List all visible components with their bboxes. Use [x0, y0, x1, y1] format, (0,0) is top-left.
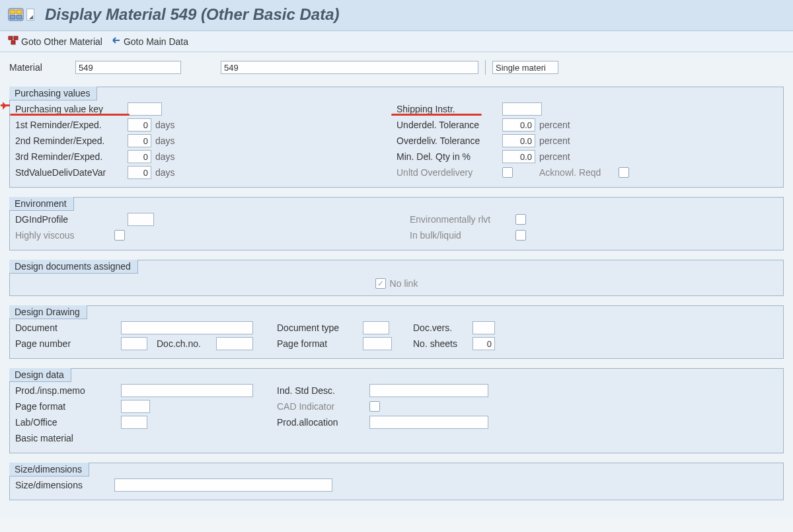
page-number-label: Page number [15, 338, 121, 349]
svg-rect-2 [17, 10, 22, 14]
prod-allocation-label: Prod.allocation [277, 417, 369, 428]
env-rlvt-checkbox[interactable] [515, 214, 526, 225]
design-data-group: Design data Prod./insp.memo Ind. Std Des… [9, 368, 784, 453]
prod-allocation-field[interactable] [369, 416, 488, 429]
material-number-field[interactable] [75, 61, 181, 74]
size-dimensions-field[interactable] [114, 478, 332, 492]
mindelqty-unit: percent [539, 151, 570, 162]
goto-other-label: Goto Other Material [21, 36, 102, 47]
lab-office-field[interactable] [121, 416, 147, 429]
environment-title: Environment [9, 197, 74, 211]
material-description-field[interactable] [221, 61, 478, 74]
highly-viscous-checkbox[interactable] [114, 230, 125, 241]
reminder1-unit: days [155, 120, 175, 130]
goto-other-icon [8, 35, 19, 48]
reminder1-field[interactable] [128, 118, 151, 132]
reminder3-field[interactable] [128, 150, 151, 163]
toolbar: Goto Other Material Goto Main Data [0, 31, 793, 52]
reminder3-unit: days [155, 151, 175, 162]
acknowl-reqd-checkbox[interactable] [619, 167, 629, 178]
design-page-format-label: Page format [15, 401, 121, 412]
document-label: Document [15, 323, 121, 333]
size-dimensions-group: Size/dimensions Size/dimensions [9, 463, 784, 500]
design-data-title: Design data [9, 368, 71, 382]
doc-vers-field[interactable] [472, 321, 495, 334]
svg-rect-7 [11, 41, 15, 44]
design-drawing-title: Design Drawing [9, 305, 87, 319]
reminder1-label: 1st Reminder/Exped. [15, 120, 128, 130]
back-arrow-icon [110, 35, 121, 48]
page-title: Display Material 549 (Other Basic Data) [45, 5, 340, 24]
goto-other-material-button[interactable]: Goto Other Material [8, 35, 102, 48]
separator [485, 60, 486, 75]
reminder2-unit: days [155, 135, 175, 146]
svg-rect-3 [10, 15, 15, 19]
design-drawing-group: Design Drawing Document Document type Do… [9, 305, 784, 359]
overdeliv-field[interactable] [502, 134, 535, 147]
reminder3-label: 3rd Reminder/Exped. [15, 151, 128, 162]
acknowl-reqd-label: Acknowl. Reqd [539, 167, 619, 178]
no-sheets-field[interactable] [472, 337, 495, 350]
purchasing-value-key-field[interactable] [128, 102, 162, 116]
purchasing-values-title: Purchasing values [9, 87, 97, 100]
size-dimensions-title: Size/dimensions [9, 463, 89, 476]
svg-rect-4 [17, 15, 22, 19]
prod-insp-memo-field[interactable] [121, 384, 253, 397]
ind-std-desc-label: Ind. Std Desc. [277, 385, 369, 396]
material-label: Material [9, 62, 69, 73]
goto-main-data-button[interactable]: Goto Main Data [110, 35, 188, 48]
design-page-format-field[interactable] [121, 400, 150, 413]
stdvaluedeliv-field[interactable] [128, 166, 151, 179]
underdel-unit: percent [539, 120, 570, 130]
page-format-label: Page format [277, 338, 363, 349]
environment-group: Environment DGIndProfile Highly viscous … [9, 197, 784, 250]
overdeliv-label: Overdeliv. Tolerance [397, 135, 502, 146]
cad-indicator-checkbox[interactable] [369, 401, 380, 412]
underdel-label: Underdel. Tolerance [397, 120, 502, 130]
content-area: Material Purchasing values Purchasing va… [0, 52, 793, 517]
design-documents-title: Design documents assigned [9, 260, 138, 274]
purchasing-value-key-label: Purchasing value key [15, 104, 128, 114]
purchasing-values-group: Purchasing values Purchasing value key 1… [9, 87, 784, 188]
unltd-overdelivery-checkbox[interactable] [502, 167, 513, 178]
page-format-field[interactable] [363, 337, 392, 350]
mindelqty-label: Min. Del. Qty in % [397, 151, 502, 162]
app-icon [8, 8, 24, 21]
title-dropdown-icon[interactable] [26, 9, 34, 20]
unltd-overdelivery-label: Unltd Overdelivery [397, 167, 502, 178]
shipping-instr-label: Shipping Instr. [397, 104, 502, 114]
title-bar: Display Material 549 (Other Basic Data) [0, 0, 793, 31]
document-type-label: Document type [277, 323, 363, 333]
document-type-field[interactable] [363, 321, 389, 334]
doc-ch-no-field[interactable] [216, 337, 253, 350]
page-number-field[interactable] [121, 337, 147, 350]
doc-vers-label: Doc.vers. [413, 323, 472, 333]
svg-rect-5 [9, 36, 13, 40]
reminder2-field[interactable] [128, 134, 151, 147]
env-rlvt-label: Environmentally rlvt [410, 214, 515, 225]
overdeliv-unit: percent [539, 135, 570, 146]
underdel-field[interactable] [502, 118, 535, 132]
highly-viscous-label: Highly viscous [15, 230, 114, 241]
in-bulk-checkbox[interactable] [515, 230, 526, 241]
document-field[interactable] [121, 321, 253, 334]
material-header-row: Material [9, 60, 784, 75]
annotation-arrow [1, 104, 10, 106]
stdvaluedeliv-label: StdValueDelivDateVar [15, 167, 128, 178]
in-bulk-label: In bulk/liquid [410, 230, 515, 241]
dgindprofile-label: DGIndProfile [15, 214, 128, 225]
dgindprofile-field[interactable] [128, 213, 154, 226]
prod-insp-memo-label: Prod./insp.memo [15, 385, 121, 396]
ind-std-desc-field[interactable] [369, 384, 488, 397]
goto-main-label: Goto Main Data [124, 36, 188, 47]
no-link-label: No link [390, 278, 418, 289]
no-link-checkbox[interactable] [375, 278, 386, 289]
shipping-instr-field[interactable] [502, 102, 542, 116]
mindelqty-field[interactable] [502, 150, 535, 163]
material-type-field[interactable] [492, 61, 558, 74]
doc-ch-no-label: Doc.ch.no. [157, 338, 216, 349]
size-dimensions-label: Size/dimensions [15, 480, 114, 490]
svg-rect-1 [10, 10, 15, 14]
design-documents-group: Design documents assigned No link [9, 260, 784, 296]
cad-indicator-label: CAD Indicator [277, 401, 369, 412]
